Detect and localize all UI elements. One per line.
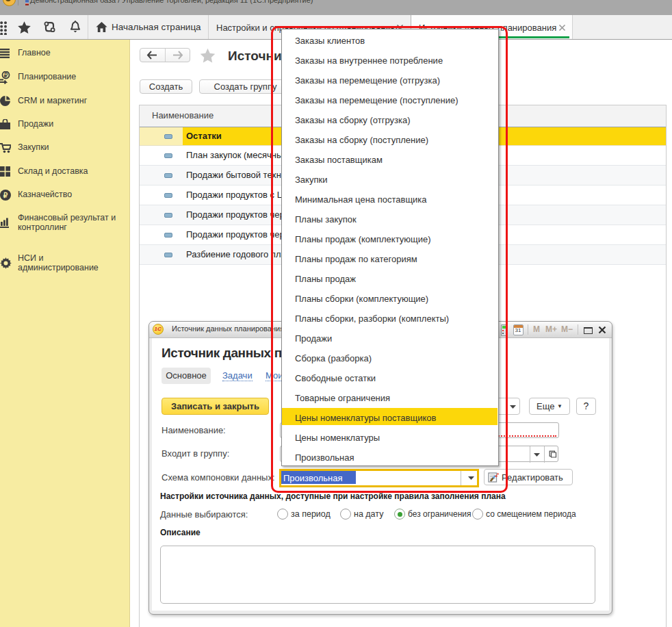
svg-text:₽: ₽ [4,72,8,79]
svg-text:₽: ₽ [3,192,8,199]
